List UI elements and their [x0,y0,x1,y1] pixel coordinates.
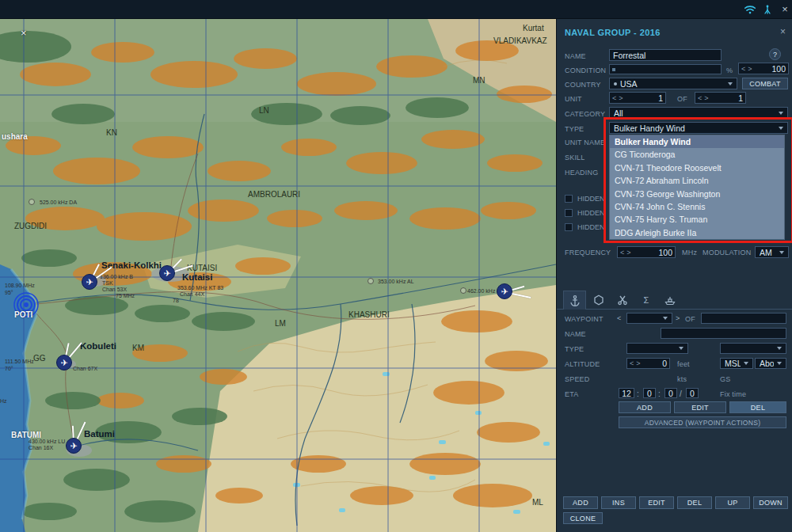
unit-name-label: UNIT NAME [565,139,605,146]
unit-spinner-2[interactable]: < > 1 [695,92,746,104]
eta-seconds-input[interactable]: 0 [664,388,677,398]
bottom-button[interactable]: ADD [563,496,598,509]
bottom-button[interactable]: UP [715,496,750,509]
name-input[interactable] [609,49,722,61]
waypoint-type-label: TYPE [565,345,584,353]
wifi-icon[interactable] [743,3,757,16]
bottom-button[interactable]: INS [601,496,636,509]
map-label: ML [532,498,543,507]
skill-label: SKILL [565,154,585,162]
unit-spinner-1[interactable]: < > 1 [609,92,666,104]
spinner-left-icon[interactable]: < [612,94,616,102]
advanced-waypoint-actions-button[interactable]: ADVANCED (WAYPOINT ACTIONS) [619,416,786,428]
altitude-spinner[interactable]: < > 0 [626,358,670,369]
condition-label: CONDITION [565,66,606,74]
hidden-checkbox[interactable] [565,195,573,203]
naval-group-panel: NAVAL GROUP - 2016 × NAME ? CONDITION % … [556,19,792,532]
tab-scissors[interactable] [611,291,634,310]
spinner-left-icon[interactable]: < [630,359,634,367]
category-value: All [614,108,623,118]
eta-days-input[interactable]: 0 [686,388,699,398]
map-close-icon[interactable]: × [21,27,27,39]
hidden-checkbox[interactable] [565,223,573,231]
type-dropdown-item[interactable]: CVN-73 George Washington [610,188,784,200]
chevron-down-icon [779,251,784,254]
waypoint-prev-icon[interactable]: < [617,314,621,322]
waypoint-name-input[interactable] [661,328,786,339]
above-dropdown[interactable]: Abov [755,358,786,369]
frequency-label: FREQUENCY [565,249,611,256]
chevron-down-icon [777,347,782,350]
hexagon-icon [592,294,605,306]
waypoint-add-button[interactable]: ADD [619,401,671,413]
waypoint-type-dropdown-1[interactable] [626,343,688,354]
clone-button[interactable]: CLONE [563,512,603,524]
eta-label: ETA [565,390,578,398]
condition-spinner[interactable]: < > 100 [738,63,789,74]
waypoint-del-button[interactable]: DEL [729,401,786,413]
waypoint-type-dropdown-2[interactable] [720,343,786,354]
spinner-right-icon[interactable]: > [636,359,640,367]
aircraft-icon: ✈ [66,438,82,454]
map-label: ZUGDIDI [14,222,47,230]
svg-text:Σ: Σ [643,295,649,305]
kts-label: kts [677,375,687,383]
msl-value: MSL [725,359,741,368]
type-dropdown-item[interactable]: CG Ticonderoga [610,148,784,161]
country-label: COUNTRY [565,81,601,89]
category-dropdown[interactable]: All [609,107,788,119]
map-label: 78 [173,298,179,303]
type-dropdown[interactable]: Bulker Handy Wind [609,122,788,134]
map-label: KHASHURI [348,310,390,319]
hidden-row: HIDDEN [565,220,605,234]
type-dropdown-item[interactable]: CVN-72 Abraham Lincoln [610,174,784,187]
tab-hexagon[interactable] [587,291,610,310]
eta-hours-input[interactable]: 12 [619,388,634,398]
type-dropdown-item[interactable]: Bulker Handy Wind [610,135,784,148]
eta-slash: / [680,390,682,398]
spinner-right-icon[interactable]: > [748,65,752,73]
spinner-left-icon[interactable]: < [698,94,702,102]
tab-ship[interactable] [658,291,681,310]
waypoint-next-icon[interactable]: > [676,314,680,322]
ship-icon [664,294,676,306]
type-dropdown-item[interactable]: CVN-71 Theodore Roosevelt [610,162,784,174]
spinner-right-icon[interactable]: > [704,94,708,102]
frequency-spinner[interactable]: < > 100 [617,246,676,258]
chevron-down-icon [779,127,783,130]
antenna-icon[interactable] [760,3,775,16]
fix-time-label: Fix time [720,390,746,398]
panel-close-icon[interactable]: × [780,26,786,37]
msl-dropdown[interactable]: MSL [720,358,753,369]
help-button[interactable]: ? [769,48,781,60]
waypoint-edit-button[interactable]: EDIT [674,401,726,413]
spinner-left-icon[interactable]: < [741,65,745,73]
combat-button[interactable]: COMBAT [742,78,788,89]
hidden-checkbox[interactable] [565,209,573,217]
waypoint-select[interactable] [626,313,672,324]
map-label: 108.90 MHz [5,283,35,288]
spinner-right-icon[interactable]: > [619,94,623,102]
type-dropdown-item[interactable]: CVN-74 John C. Stennis [610,200,784,213]
tab-anchor[interactable] [563,291,586,310]
type-dropdown-item[interactable]: CVN-75 Harry S. Truman [610,213,784,226]
waypoint-count-input[interactable] [701,313,786,324]
bottom-button[interactable]: EDIT [639,496,674,509]
eta-minutes-input[interactable]: 0 [643,388,656,398]
bottom-button[interactable]: DOWN [753,496,788,509]
country-dropdown[interactable]: USA [609,78,737,89]
map-label: LN [259,106,269,115]
condition-input[interactable] [609,64,722,74]
bottom-button[interactable]: DEL [677,496,712,509]
condition-value: 100 [771,64,786,74]
eta-colon: : [658,390,661,398]
tab-sigma[interactable]: Σ [634,291,657,310]
map-label: MN [473,76,485,85]
spinner-left-icon[interactable]: < [620,249,624,256]
map-area[interactable]: × ✈ ✈ ✈ [0,19,556,532]
modulation-dropdown[interactable]: AM [755,246,789,258]
map-label: GG [33,354,46,363]
type-dropdown-item[interactable]: DDG Arleigh Burke IIa [610,226,784,239]
window-close-icon[interactable]: × [778,3,792,16]
spinner-right-icon[interactable]: > [626,249,630,256]
